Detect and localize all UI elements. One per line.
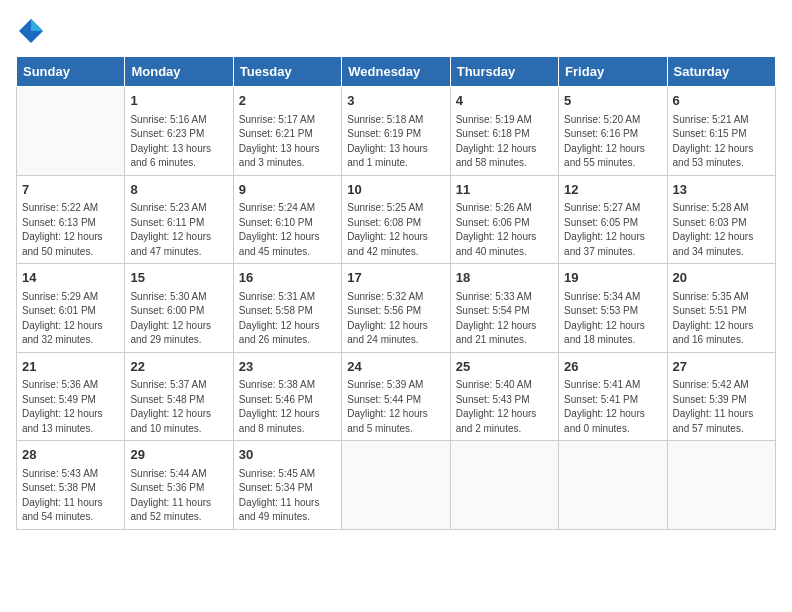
calendar-header-row: SundayMondayTuesdayWednesdayThursdayFrid… bbox=[17, 57, 776, 87]
day-info: Sunrise: 5:38 AM Sunset: 5:46 PM Dayligh… bbox=[239, 378, 336, 436]
day-info: Sunrise: 5:24 AM Sunset: 6:10 PM Dayligh… bbox=[239, 201, 336, 259]
day-number: 17 bbox=[347, 268, 444, 288]
day-of-week-header: Sunday bbox=[17, 57, 125, 87]
calendar-cell: 27Sunrise: 5:42 AM Sunset: 5:39 PM Dayli… bbox=[667, 352, 775, 441]
day-number: 4 bbox=[456, 91, 553, 111]
day-info: Sunrise: 5:40 AM Sunset: 5:43 PM Dayligh… bbox=[456, 378, 553, 436]
day-info: Sunrise: 5:42 AM Sunset: 5:39 PM Dayligh… bbox=[673, 378, 770, 436]
day-number: 10 bbox=[347, 180, 444, 200]
calendar-cell bbox=[450, 441, 558, 530]
day-info: Sunrise: 5:39 AM Sunset: 5:44 PM Dayligh… bbox=[347, 378, 444, 436]
day-number: 11 bbox=[456, 180, 553, 200]
day-number: 26 bbox=[564, 357, 661, 377]
calendar-cell bbox=[17, 87, 125, 176]
day-number: 24 bbox=[347, 357, 444, 377]
day-info: Sunrise: 5:20 AM Sunset: 6:16 PM Dayligh… bbox=[564, 113, 661, 171]
day-info: Sunrise: 5:17 AM Sunset: 6:21 PM Dayligh… bbox=[239, 113, 336, 171]
calendar-cell: 14Sunrise: 5:29 AM Sunset: 6:01 PM Dayli… bbox=[17, 264, 125, 353]
calendar-cell: 30Sunrise: 5:45 AM Sunset: 5:34 PM Dayli… bbox=[233, 441, 341, 530]
page-header bbox=[16, 16, 776, 46]
day-number: 18 bbox=[456, 268, 553, 288]
calendar-cell: 19Sunrise: 5:34 AM Sunset: 5:53 PM Dayli… bbox=[559, 264, 667, 353]
day-of-week-header: Friday bbox=[559, 57, 667, 87]
day-info: Sunrise: 5:32 AM Sunset: 5:56 PM Dayligh… bbox=[347, 290, 444, 348]
day-info: Sunrise: 5:35 AM Sunset: 5:51 PM Dayligh… bbox=[673, 290, 770, 348]
day-number: 15 bbox=[130, 268, 227, 288]
calendar-cell: 23Sunrise: 5:38 AM Sunset: 5:46 PM Dayli… bbox=[233, 352, 341, 441]
calendar-cell bbox=[559, 441, 667, 530]
calendar-week-row: 7Sunrise: 5:22 AM Sunset: 6:13 PM Daylig… bbox=[17, 175, 776, 264]
calendar-cell: 18Sunrise: 5:33 AM Sunset: 5:54 PM Dayli… bbox=[450, 264, 558, 353]
calendar-cell: 9Sunrise: 5:24 AM Sunset: 6:10 PM Daylig… bbox=[233, 175, 341, 264]
day-info: Sunrise: 5:45 AM Sunset: 5:34 PM Dayligh… bbox=[239, 467, 336, 525]
day-info: Sunrise: 5:31 AM Sunset: 5:58 PM Dayligh… bbox=[239, 290, 336, 348]
day-info: Sunrise: 5:44 AM Sunset: 5:36 PM Dayligh… bbox=[130, 467, 227, 525]
calendar-cell: 28Sunrise: 5:43 AM Sunset: 5:38 PM Dayli… bbox=[17, 441, 125, 530]
day-info: Sunrise: 5:37 AM Sunset: 5:48 PM Dayligh… bbox=[130, 378, 227, 436]
day-number: 30 bbox=[239, 445, 336, 465]
calendar-cell: 24Sunrise: 5:39 AM Sunset: 5:44 PM Dayli… bbox=[342, 352, 450, 441]
calendar-cell: 12Sunrise: 5:27 AM Sunset: 6:05 PM Dayli… bbox=[559, 175, 667, 264]
calendar-week-row: 1Sunrise: 5:16 AM Sunset: 6:23 PM Daylig… bbox=[17, 87, 776, 176]
calendar-cell: 3Sunrise: 5:18 AM Sunset: 6:19 PM Daylig… bbox=[342, 87, 450, 176]
calendar-cell: 10Sunrise: 5:25 AM Sunset: 6:08 PM Dayli… bbox=[342, 175, 450, 264]
calendar-cell: 26Sunrise: 5:41 AM Sunset: 5:41 PM Dayli… bbox=[559, 352, 667, 441]
day-number: 28 bbox=[22, 445, 119, 465]
day-number: 12 bbox=[564, 180, 661, 200]
day-info: Sunrise: 5:36 AM Sunset: 5:49 PM Dayligh… bbox=[22, 378, 119, 436]
calendar-cell: 8Sunrise: 5:23 AM Sunset: 6:11 PM Daylig… bbox=[125, 175, 233, 264]
calendar-cell: 2Sunrise: 5:17 AM Sunset: 6:21 PM Daylig… bbox=[233, 87, 341, 176]
calendar-cell: 20Sunrise: 5:35 AM Sunset: 5:51 PM Dayli… bbox=[667, 264, 775, 353]
day-number: 9 bbox=[239, 180, 336, 200]
day-number: 1 bbox=[130, 91, 227, 111]
day-number: 6 bbox=[673, 91, 770, 111]
day-number: 21 bbox=[22, 357, 119, 377]
day-info: Sunrise: 5:16 AM Sunset: 6:23 PM Dayligh… bbox=[130, 113, 227, 171]
day-number: 2 bbox=[239, 91, 336, 111]
calendar-cell: 1Sunrise: 5:16 AM Sunset: 6:23 PM Daylig… bbox=[125, 87, 233, 176]
day-info: Sunrise: 5:23 AM Sunset: 6:11 PM Dayligh… bbox=[130, 201, 227, 259]
day-number: 8 bbox=[130, 180, 227, 200]
day-info: Sunrise: 5:18 AM Sunset: 6:19 PM Dayligh… bbox=[347, 113, 444, 171]
day-info: Sunrise: 5:21 AM Sunset: 6:15 PM Dayligh… bbox=[673, 113, 770, 171]
day-number: 3 bbox=[347, 91, 444, 111]
calendar-cell: 15Sunrise: 5:30 AM Sunset: 6:00 PM Dayli… bbox=[125, 264, 233, 353]
day-number: 5 bbox=[564, 91, 661, 111]
day-info: Sunrise: 5:29 AM Sunset: 6:01 PM Dayligh… bbox=[22, 290, 119, 348]
day-number: 7 bbox=[22, 180, 119, 200]
day-number: 13 bbox=[673, 180, 770, 200]
svg-marker-1 bbox=[31, 19, 43, 31]
day-of-week-header: Saturday bbox=[667, 57, 775, 87]
day-of-week-header: Thursday bbox=[450, 57, 558, 87]
day-info: Sunrise: 5:43 AM Sunset: 5:38 PM Dayligh… bbox=[22, 467, 119, 525]
day-number: 19 bbox=[564, 268, 661, 288]
day-number: 22 bbox=[130, 357, 227, 377]
calendar-cell bbox=[667, 441, 775, 530]
day-info: Sunrise: 5:30 AM Sunset: 6:00 PM Dayligh… bbox=[130, 290, 227, 348]
calendar-week-row: 21Sunrise: 5:36 AM Sunset: 5:49 PM Dayli… bbox=[17, 352, 776, 441]
calendar-cell: 25Sunrise: 5:40 AM Sunset: 5:43 PM Dayli… bbox=[450, 352, 558, 441]
calendar-cell: 13Sunrise: 5:28 AM Sunset: 6:03 PM Dayli… bbox=[667, 175, 775, 264]
calendar-cell bbox=[342, 441, 450, 530]
calendar-cell: 22Sunrise: 5:37 AM Sunset: 5:48 PM Dayli… bbox=[125, 352, 233, 441]
calendar-cell: 4Sunrise: 5:19 AM Sunset: 6:18 PM Daylig… bbox=[450, 87, 558, 176]
calendar-table: SundayMondayTuesdayWednesdayThursdayFrid… bbox=[16, 56, 776, 530]
calendar-cell: 5Sunrise: 5:20 AM Sunset: 6:16 PM Daylig… bbox=[559, 87, 667, 176]
calendar-cell: 6Sunrise: 5:21 AM Sunset: 6:15 PM Daylig… bbox=[667, 87, 775, 176]
day-of-week-header: Monday bbox=[125, 57, 233, 87]
calendar-cell: 7Sunrise: 5:22 AM Sunset: 6:13 PM Daylig… bbox=[17, 175, 125, 264]
calendar-cell: 16Sunrise: 5:31 AM Sunset: 5:58 PM Dayli… bbox=[233, 264, 341, 353]
calendar-cell: 21Sunrise: 5:36 AM Sunset: 5:49 PM Dayli… bbox=[17, 352, 125, 441]
calendar-cell: 11Sunrise: 5:26 AM Sunset: 6:06 PM Dayli… bbox=[450, 175, 558, 264]
day-number: 29 bbox=[130, 445, 227, 465]
day-of-week-header: Tuesday bbox=[233, 57, 341, 87]
day-info: Sunrise: 5:41 AM Sunset: 5:41 PM Dayligh… bbox=[564, 378, 661, 436]
calendar-cell: 29Sunrise: 5:44 AM Sunset: 5:36 PM Dayli… bbox=[125, 441, 233, 530]
calendar-cell: 17Sunrise: 5:32 AM Sunset: 5:56 PM Dayli… bbox=[342, 264, 450, 353]
logo-inner bbox=[16, 16, 50, 46]
day-number: 16 bbox=[239, 268, 336, 288]
day-info: Sunrise: 5:26 AM Sunset: 6:06 PM Dayligh… bbox=[456, 201, 553, 259]
day-number: 14 bbox=[22, 268, 119, 288]
day-number: 27 bbox=[673, 357, 770, 377]
logo-icon bbox=[16, 16, 46, 46]
